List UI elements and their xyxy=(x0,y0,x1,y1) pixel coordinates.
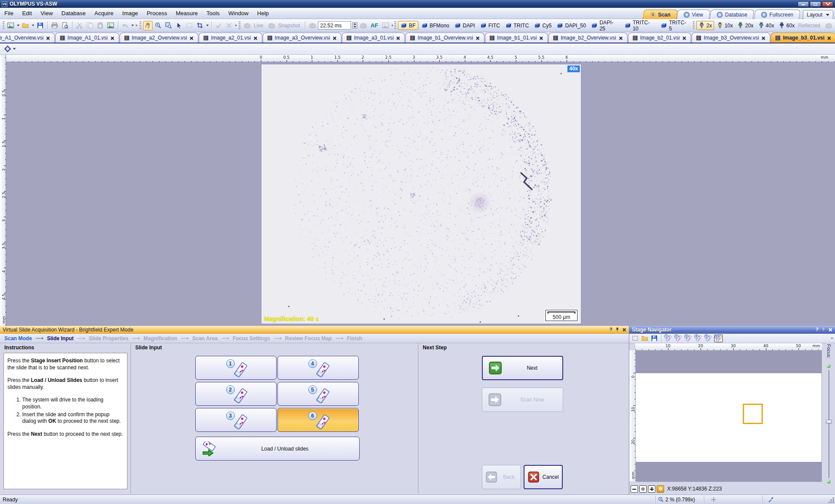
crop-tool-button[interactable] xyxy=(195,21,205,30)
nav-slide-2-button[interactable]: 2 xyxy=(674,335,683,342)
zoom-rect-button[interactable] xyxy=(164,21,174,30)
doc-tab[interactable]: Image_a3_Overview.vsi xyxy=(263,33,341,43)
center-stage-button[interactable] xyxy=(657,485,664,493)
menu-tools[interactable]: Tools xyxy=(202,9,224,18)
display-settings-icon[interactable] xyxy=(381,21,390,30)
insert-image-button[interactable] xyxy=(106,21,116,30)
new-image-button[interactable] xyxy=(6,21,16,30)
channel-button-bfmono[interactable]: BFMono xyxy=(419,21,451,30)
channel-button-dapi50[interactable]: DAPI_50 xyxy=(554,21,588,30)
chevron-down-icon[interactable] xyxy=(131,25,134,27)
channel-button-tritc10[interactable]: TRITC-10 xyxy=(622,19,658,33)
step-scan-mode[interactable]: Scan Mode xyxy=(4,335,32,342)
close-icon[interactable] xyxy=(539,36,543,40)
close-button[interactable] xyxy=(822,1,833,7)
toolbar-overflow-icon[interactable]: ▾ xyxy=(831,336,833,340)
close-icon[interactable] xyxy=(682,36,686,40)
close-icon[interactable] xyxy=(110,36,114,40)
menu-acquire[interactable]: Acquire xyxy=(90,9,118,18)
snapshot-icon[interactable] xyxy=(267,21,276,30)
slide-position-4-button[interactable]: 4 xyxy=(277,356,359,380)
pin-icon[interactable] xyxy=(822,327,825,332)
close-icon[interactable] xyxy=(828,328,832,332)
slide-position-3-button[interactable]: 3 xyxy=(195,408,277,432)
define-region-button[interactable] xyxy=(631,334,639,342)
nav-slide-6-button-selected[interactable]: 6 xyxy=(714,335,723,342)
close-icon[interactable] xyxy=(762,36,765,40)
close-icon[interactable] xyxy=(333,36,337,40)
zoom-out-button[interactable] xyxy=(631,485,638,493)
stage-map[interactable] xyxy=(635,350,822,481)
viewer-canvas-area[interactable]: 40x Magnification: 40 x 500 µm xyxy=(6,62,835,326)
doc-tab[interactable]: Image_b2_01.vsi xyxy=(628,33,691,43)
channel-button-bf[interactable]: BF xyxy=(398,21,418,30)
menu-edit[interactable]: Edit xyxy=(18,9,36,18)
maximize-button[interactable] xyxy=(810,1,821,7)
doc-tab[interactable]: Image_b1_01.vsi xyxy=(485,33,548,43)
print-preview-button[interactable] xyxy=(60,21,70,30)
reflected-toggle[interactable]: Reflected xyxy=(798,23,820,29)
open-button[interactable] xyxy=(21,21,30,30)
zoom-in-button[interactable] xyxy=(648,485,655,493)
exposure-apply-icon[interactable] xyxy=(358,21,368,30)
tab-database[interactable]: D Database xyxy=(710,10,755,20)
close-icon[interactable] xyxy=(190,36,194,40)
specimen-image[interactable]: 40x Magnification: 40 x 500 µm xyxy=(261,64,581,324)
objective-button-20x[interactable]: 20x xyxy=(735,21,755,30)
objective-button-40x[interactable]: 40x xyxy=(756,21,776,30)
tab-fullscreen[interactable]: F Fullscreen xyxy=(754,10,801,20)
doc-tab[interactable]: Image_b2_Overview.vsi xyxy=(548,33,627,43)
chevron-down-icon[interactable] xyxy=(13,48,16,50)
toolbar-overflow-icon[interactable]: ▾ xyxy=(136,23,137,27)
slide-position-1-button[interactable]: 1 xyxy=(195,356,277,380)
exposure-stepper[interactable] xyxy=(352,22,357,29)
shape-tool-icon[interactable] xyxy=(4,46,11,53)
doc-tab[interactable]: Image_a2_01.vsi xyxy=(199,33,262,43)
next-button[interactable]: Next xyxy=(482,356,563,380)
exposure-input[interactable]: 22.52 ms xyxy=(318,21,351,30)
zoom-tool-button[interactable] xyxy=(154,21,163,30)
nav-slide-5-button[interactable]: 5 xyxy=(704,335,713,342)
autofocus-button[interactable]: AF xyxy=(371,22,378,29)
channel-button-cy5[interactable]: Cy5 xyxy=(532,21,554,30)
close-icon[interactable] xyxy=(619,36,623,40)
focus-slider-track[interactable] xyxy=(828,370,829,478)
doc-tab-active[interactable]: Image_b3_01.vsi xyxy=(771,33,835,43)
tab-view[interactable]: V View xyxy=(677,10,711,20)
objective-button-60x[interactable]: 60x xyxy=(777,21,796,30)
channel-button-dapi[interactable]: DAPI xyxy=(452,21,477,30)
close-icon[interactable] xyxy=(254,36,257,40)
apply-button[interactable] xyxy=(214,21,224,30)
nav-slide-4-button[interactable]: 4 xyxy=(694,335,703,342)
zoom-fit-button[interactable] xyxy=(639,485,647,493)
focus-slider-handle[interactable] xyxy=(826,420,832,424)
slide-position-2-button[interactable]: 2 xyxy=(195,382,277,406)
current-view-rectangle[interactable] xyxy=(743,404,763,424)
help-icon[interactable]: ? xyxy=(609,327,612,332)
slide-position-6-button-selected[interactable]: 6 xyxy=(277,408,359,432)
undo-button[interactable] xyxy=(120,21,130,30)
close-icon[interactable] xyxy=(476,36,480,40)
pin-icon[interactable] xyxy=(615,327,619,332)
close-icon[interactable] xyxy=(622,328,626,332)
channel-button-fitc[interactable]: FITC xyxy=(478,21,502,30)
marquee-tool-button[interactable] xyxy=(185,21,194,30)
channel-button-tritc[interactable]: TRITC xyxy=(503,21,531,30)
live-icon[interactable] xyxy=(242,21,252,30)
help-icon[interactable]: ? xyxy=(815,327,818,332)
slide-position-5-button[interactable]: 5 xyxy=(277,382,359,406)
menu-view[interactable]: View xyxy=(36,9,57,18)
objective-button-10x[interactable]: 10x xyxy=(715,21,735,30)
layout-dropdown[interactable]: Layout xyxy=(803,10,833,20)
menu-window[interactable]: Window xyxy=(224,9,253,18)
doc-tab[interactable]: Image_a3_01.vsi xyxy=(342,33,405,43)
cut-button[interactable] xyxy=(75,21,84,30)
save-overview-button[interactable] xyxy=(650,334,658,342)
menu-help[interactable]: Help xyxy=(253,9,273,18)
step-slide-input[interactable]: Slide Input xyxy=(47,335,73,342)
objective-button-2x[interactable]: 2x xyxy=(696,21,714,30)
copy-button[interactable] xyxy=(85,21,95,30)
paste-button[interactable] xyxy=(96,21,105,30)
print-button[interactable] xyxy=(50,21,60,30)
doc-tab[interactable]: e_A1_Overview.vsi xyxy=(0,33,55,43)
